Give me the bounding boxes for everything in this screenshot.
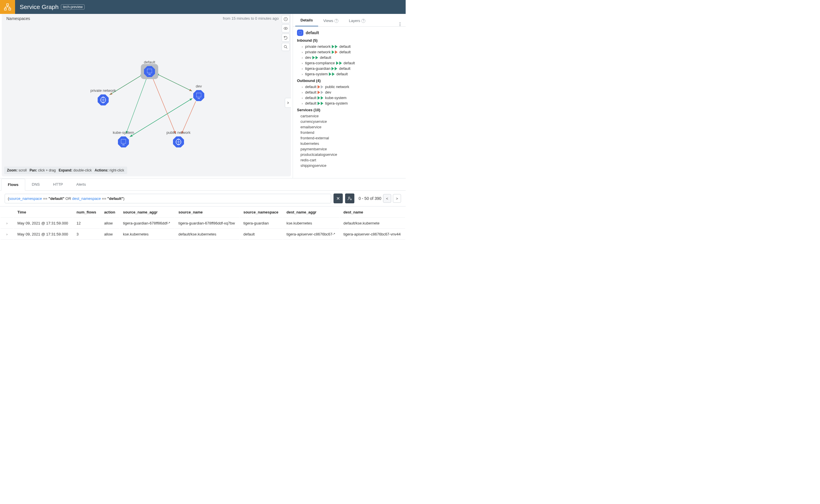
flow-row[interactable]: ›tigera-systemdefault	[297, 71, 401, 77]
flow-egress-icon	[317, 85, 320, 89]
flow-ingress-icon	[315, 56, 318, 59]
cell-dest_name: tigera-apiserver-c8676bc67-vnv44	[340, 229, 405, 240]
tab-details[interactable]: Details	[295, 14, 318, 26]
cell-source_name: default/kse.kubernetes	[175, 229, 239, 240]
flow-dst: default	[320, 55, 331, 60]
flow-row[interactable]: ›private networkdefault	[297, 44, 401, 49]
svg-rect-15	[299, 31, 301, 34]
tab-alerts[interactable]: Alerts	[70, 178, 92, 190]
graph-edge[interactable]	[156, 74, 192, 91]
service-item[interactable]: redis-cart	[297, 157, 401, 163]
query-input[interactable]: (source_namespace == "default" OR dest_n…	[5, 194, 331, 203]
flow-dst: tigera-system	[325, 101, 348, 105]
right-panel: Details Views? Layers? default Inbound (…	[293, 14, 405, 178]
graph-node-public-network[interactable]: public network	[166, 130, 191, 147]
selected-namespace-name: default	[306, 30, 319, 35]
clear-query-button[interactable]	[333, 193, 343, 203]
flow-src: default	[305, 85, 316, 89]
column-header	[1, 207, 13, 218]
column-header: action	[101, 207, 119, 218]
flow-src: default	[305, 101, 316, 105]
service-item[interactable]: paymentservice	[297, 146, 401, 152]
query-settings-button[interactable]	[345, 193, 354, 203]
service-item[interactable]: productcatalogservice	[297, 152, 401, 157]
tech-preview-badge: tech-preview	[61, 4, 85, 10]
flow-egress-icon	[312, 56, 315, 59]
outbound-title: Outbound (4)	[297, 78, 401, 83]
graph-canvas[interactable]: Namespaces from 15 minutes to 0 minutes …	[2, 14, 291, 176]
service-item[interactable]: shippingservice	[297, 163, 401, 168]
column-header: dest_name_aggr	[283, 207, 339, 218]
flow-src: dev	[305, 55, 311, 60]
cell-dest_name_aggr: kse.kubernetes	[283, 218, 339, 229]
flow-egress-icon	[332, 50, 334, 54]
inbound-title: Inbound (5)	[297, 38, 401, 43]
chevron-right-icon: ›	[300, 96, 304, 100]
table-row[interactable]: ›May 09, 2021 @ 17:31:59.00012allowtiger…	[1, 218, 405, 229]
bottom-panel: FlowsDNSHTTPAlerts (source_namespace == …	[0, 178, 405, 240]
graph-node-kube-system[interactable]: nskube-system	[113, 130, 134, 147]
node-label: default	[144, 60, 155, 64]
service-item[interactable]: frontend	[297, 130, 401, 135]
flow-row[interactable]: ›defaultdev	[297, 90, 401, 95]
graph-edge[interactable]	[152, 77, 176, 134]
chevron-right-icon: ›	[300, 67, 304, 70]
flow-ingress-icon	[335, 50, 337, 54]
graph-node-default[interactable]: nsdefault	[141, 60, 158, 79]
flow-row[interactable]: ›defaultpublic network	[297, 84, 401, 90]
svg-text:ns: ns	[198, 97, 200, 99]
next-page-button[interactable]: >	[393, 194, 401, 203]
service-item[interactable]: frontend-external	[297, 135, 401, 141]
flow-row[interactable]: ›tigera-compliancedefault	[297, 60, 401, 66]
node-label: kube-system	[113, 130, 134, 135]
flow-dst: default	[339, 44, 350, 49]
flow-ingress-icon	[339, 61, 342, 65]
flow-ingress-icon	[321, 96, 323, 100]
services-list: cartservicecurrencyserviceemailservicefr…	[297, 113, 401, 168]
flow-row[interactable]: ›defaultkube-system	[297, 95, 401, 101]
flows-table: Timenum_flowsactionsource_name_aggrsourc…	[0, 206, 405, 240]
cell-action: allow	[101, 229, 119, 240]
user-gear-icon	[347, 196, 352, 201]
service-item[interactable]: currencyservice	[297, 119, 401, 124]
svg-rect-0	[7, 4, 9, 6]
cell-source_name: tigera-guardian-678ff86ddf-xq7bw	[175, 218, 239, 229]
flow-row[interactable]: ›private networkdefault	[297, 49, 401, 55]
flow-row[interactable]: ›tigera-guardiandefault	[297, 66, 401, 71]
cell-source_namespace: default	[240, 229, 282, 240]
tab-views[interactable]: Views?	[318, 15, 344, 26]
node-label: private network	[90, 88, 116, 93]
graph-node-private-network[interactable]: private network	[90, 88, 116, 105]
flow-ingress-icon	[335, 45, 337, 48]
graph-edge[interactable]	[126, 77, 147, 134]
cell-source_name_aggr: tigera-guardian-678ff86ddf-*	[120, 218, 174, 229]
cell-num_flows: 3	[73, 229, 100, 240]
flow-ingress-icon	[335, 67, 337, 70]
cell-source_namespace: tigera-guardian	[240, 218, 282, 229]
service-item[interactable]: kubernetes	[297, 141, 401, 146]
service-item[interactable]: cartservice	[297, 113, 401, 119]
table-row[interactable]: ›May 09, 2021 @ 17:31:59.0003allowkse.ku…	[1, 229, 405, 240]
pagination-range: 0 - 50 of 390	[358, 196, 381, 201]
chevron-right-icon: ›	[300, 85, 304, 89]
tab-dns[interactable]: DNS	[25, 178, 46, 190]
cell-dest_name_aggr: tigera-apiserver-c8676bc67-*	[283, 229, 339, 240]
expand-row-button[interactable]: ›	[1, 218, 13, 229]
tab-http[interactable]: HTTP	[46, 178, 70, 190]
right-panel-menu-button[interactable]	[397, 22, 403, 26]
help-icon: ?	[334, 19, 338, 23]
flow-row[interactable]: ›defaulttigera-system	[297, 101, 401, 106]
help-icon: ?	[361, 19, 365, 23]
tab-flows[interactable]: Flows	[1, 179, 25, 191]
graph-edge[interactable]	[181, 101, 196, 134]
tab-layers[interactable]: Layers?	[344, 15, 370, 26]
prev-page-button[interactable]: <	[383, 194, 391, 203]
graph-node-dev[interactable]: nsdev	[193, 84, 204, 101]
expand-row-button[interactable]: ›	[1, 229, 13, 240]
chevron-right-icon: ›	[300, 102, 304, 105]
flow-row[interactable]: ›devdefault	[297, 55, 401, 60]
flow-dst: kube-system	[325, 96, 346, 100]
service-item[interactable]: emailservice	[297, 124, 401, 130]
interaction-hints: Zoom: scroll Pan: click + drag Expand: d…	[4, 167, 127, 174]
flow-dst: public network	[325, 85, 349, 89]
